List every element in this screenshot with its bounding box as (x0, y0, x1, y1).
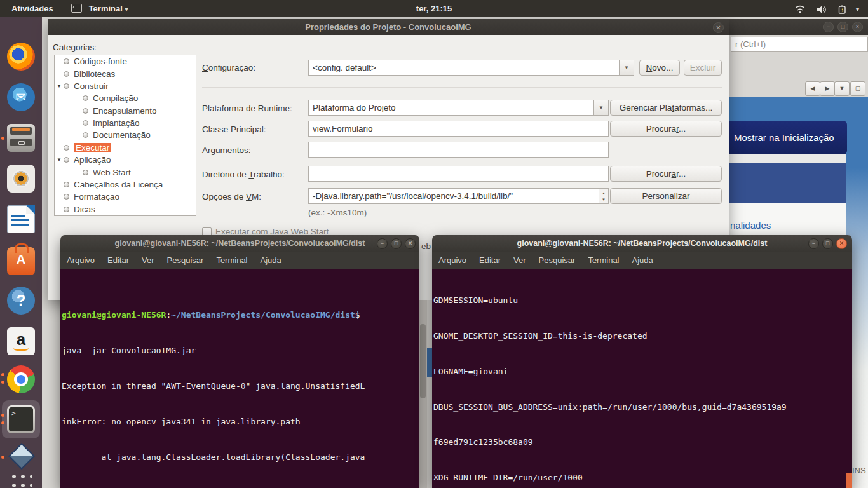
terminal-titlebar[interactable]: giovani@giovani-NE56R: ~/NetBeansProject… (60, 235, 419, 252)
scrollbar-thumb[interactable] (420, 324, 426, 398)
tree-item-executar[interactable]: Executar (55, 142, 196, 154)
diretorio-input[interactable] (308, 166, 609, 182)
menu-ver[interactable]: Ver (507, 252, 532, 269)
features-link[interactable]: nalidades (730, 220, 771, 231)
menu-ver[interactable]: Ver (135, 252, 161, 269)
netbeans-search-input[interactable]: r (Ctrl+I) (731, 37, 868, 52)
excluir-button[interactable]: Excluir (684, 60, 722, 76)
tree-item-dicas[interactable]: Dicas (55, 203, 196, 215)
tree-bullet-icon (83, 170, 88, 175)
tree-bullet-icon (64, 194, 69, 200)
menu-arquivo[interactable]: Arquivo (60, 252, 101, 269)
vm-options-input[interactable]: -Djava.library.path="/usr/local/opencv-3… (308, 188, 609, 204)
menu-editar[interactable]: Editar (473, 252, 507, 269)
tree-item-formatacao[interactable]: Formatação (55, 191, 196, 203)
personalizar-button[interactable]: Personalizar (610, 188, 722, 204)
startpage-strip (729, 154, 846, 163)
dialog-title: Propriedades do Projeto - ConvolucaoIMG (48, 19, 729, 35)
expand-triangle-icon[interactable]: ▼ (55, 157, 64, 163)
clock[interactable]: ter, 21:15 (0, 0, 868, 17)
runtime-combobox[interactable]: Plataforma do Projeto ▼ (308, 100, 609, 116)
chevron-down-icon[interactable]: ▼ (593, 100, 608, 115)
maximize-icon[interactable]: □ (391, 238, 402, 249)
argumentos-input[interactable] (308, 142, 609, 158)
expand-triangle-icon[interactable]: ▼ (55, 83, 64, 89)
tree-bullet-icon (64, 157, 69, 163)
rhythmbox-icon[interactable] (7, 165, 35, 193)
battery-icon (838, 5, 847, 14)
thunderbird-icon[interactable]: ✉ (7, 83, 35, 111)
terminal-dock-icon[interactable]: >_ (7, 405, 35, 433)
firefox-icon[interactable] (7, 43, 35, 71)
terminal-output[interactable]: giovani@giovani-NE56R:~/NetBeansProjects… (60, 269, 419, 488)
terminal-scrollbar-thumb[interactable] (846, 473, 852, 488)
tree-item-encapsulamento[interactable]: Encapsulamento (55, 105, 196, 117)
netbeans-close-button[interactable]: × (852, 22, 863, 32)
classe-principal-label: Classe Principal: (202, 125, 266, 134)
terminal-titlebar[interactable]: giovani@giovani-NE56R: ~/NetBeansProject… (432, 235, 852, 252)
menu-ajuda[interactable]: Ajuda (626, 252, 660, 269)
chevron-down-icon: ▾ (856, 6, 859, 13)
novo-button[interactable]: Novo... (639, 60, 680, 76)
maximize-icon[interactable]: □ (822, 238, 833, 249)
maximize-view-button[interactable]: ▢ (850, 81, 865, 96)
netbeans-scrollbar-sliver (419, 300, 432, 488)
help-icon[interactable]: ? (7, 287, 35, 315)
netbeans-minimize-button[interactable]: − (823, 22, 834, 32)
tree-item-aplicacao[interactable]: ▼Aplicação (55, 154, 196, 166)
dialog-close-icon[interactable]: ✕ (713, 22, 724, 33)
terminal-line: inkError: no opencv_java341 in java.libr… (62, 416, 419, 428)
tree-item-compilacao[interactable]: Compilação (55, 92, 196, 104)
system-status-area[interactable]: ▾ (786, 0, 859, 18)
configuracao-label: Configuração: (202, 63, 255, 72)
dialog-titlebar[interactable]: Propriedades do Projeto - ConvolucaoIMG … (48, 19, 729, 35)
tree-item-construir[interactable]: ▼Construir (55, 80, 196, 92)
tree-item-web-start[interactable]: Web Start (55, 166, 196, 178)
volume-icon (817, 5, 828, 14)
tree-bullet-icon (83, 108, 88, 114)
chrome-icon[interactable] (7, 365, 35, 393)
close-icon[interactable]: ✕ (836, 238, 847, 249)
netbeans-maximize-button[interactable]: □ (837, 22, 848, 32)
show-applications-icon[interactable] (10, 472, 32, 488)
close-icon[interactable]: ✕ (405, 238, 416, 249)
menu-editar[interactable]: Editar (101, 252, 135, 269)
terminal-output[interactable]: GDMSESSION=ubuntu GNOME_DESKTOP_SESSION_… (432, 269, 852, 488)
menu-arquivo[interactable]: Arquivo (432, 252, 473, 269)
tree-item-cabecalhos[interactable]: Cabeçalhos da Licença (55, 179, 196, 191)
classe-principal-input[interactable]: view.Formulario (308, 121, 609, 137)
chevron-down-icon[interactable]: ▼ (619, 60, 634, 75)
back-arrow-button[interactable]: ◀ (805, 81, 820, 96)
menu-pesquisar[interactable]: Pesquisar (161, 252, 210, 269)
runtime-label: Plataforma de Runtime: (202, 104, 292, 113)
tree-item-implantacao[interactable]: Implantação (55, 117, 196, 129)
show-on-startup-label: Mostrar na Inicialização (734, 132, 834, 143)
tree-bullet-icon (64, 145, 69, 151)
files-icon[interactable] (7, 124, 35, 152)
tree-item-documentacao[interactable]: Documentação (55, 129, 196, 141)
spinner-arrows-icon[interactable]: ▲▼ (599, 189, 608, 203)
menu-terminal[interactable]: Terminal (210, 252, 254, 269)
procurar2-button[interactable]: Procurar... (610, 166, 722, 182)
procurar-button[interactable]: Procurar... (610, 121, 722, 137)
forward-arrow-button[interactable]: ▶ (820, 81, 835, 96)
netbeans-dock-icon[interactable] (10, 444, 32, 467)
menu-pesquisar[interactable]: Pesquisar (532, 252, 582, 269)
dropdown-button[interactable]: ▼ (834, 81, 850, 96)
ubuntu-software-icon[interactable]: A (7, 247, 35, 275)
configuracao-combobox[interactable]: <config. default> ▼ (308, 60, 634, 76)
tree-item-bibliotecas[interactable]: Bibliotecas (55, 67, 196, 79)
terminal-title: giovani@giovani-NE56R: ~/NetBeansProject… (432, 235, 852, 252)
gerenciar-plataformas-button[interactable]: Gerenciar Plataformas... (610, 100, 722, 116)
running-indicator-dot (1, 137, 4, 140)
minimize-icon[interactable]: − (377, 238, 388, 249)
tree-bullet-icon (64, 83, 69, 89)
minimize-icon[interactable]: − (808, 238, 819, 249)
libreoffice-writer-icon[interactable] (7, 205, 35, 233)
startpage-banner: Mostrar na Inicialização ✓ (729, 121, 847, 154)
terminal-line: GDMSESSION=ubuntu (433, 295, 852, 307)
menu-ajuda[interactable]: Ajuda (254, 252, 288, 269)
tree-item-codigos-fonte[interactable]: Códigos-fonte (55, 55, 196, 67)
amazon-icon[interactable]: a (7, 327, 35, 355)
menu-terminal[interactable]: Terminal (581, 252, 625, 269)
